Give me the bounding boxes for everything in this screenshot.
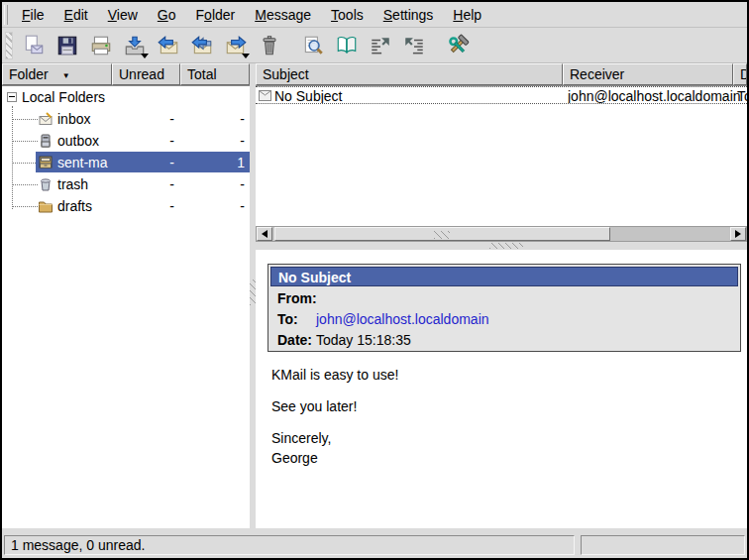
message-list-hscrollbar[interactable] [256,226,747,242]
address-book-icon [335,34,359,57]
dropdown-caret-icon [141,54,149,58]
scroll-left-button[interactable] [257,227,272,241]
menu-edit[interactable]: Edit [54,4,98,26]
print-icon [89,34,113,57]
reply-all-button[interactable] [187,31,217,60]
delete-button[interactable] [255,31,284,60]
collapse-expander-icon[interactable] [7,92,17,102]
message-list-pane: No Subject john@localhost.localdomain To… [256,85,747,226]
reply-icon [157,34,180,57]
tree-row-outbox[interactable]: outbox - - [2,130,250,152]
configure-button[interactable] [443,31,473,60]
tree-row-inbox[interactable]: inbox - - [2,108,250,130]
horizontal-splitter[interactable] [256,242,747,250]
menu-message[interactable]: Message [245,4,321,26]
menu-tools[interactable]: Tools [321,4,374,26]
receiver-column-header[interactable]: Receiver [563,63,733,85]
tree-connector-line [12,119,38,120]
sent-mail-icon [38,155,54,170]
status-message: 1 message, 0 unread. [4,535,575,555]
sort-descending-icon: ▼ [62,71,70,80]
find-messages-button[interactable] [298,31,328,60]
header-field-date: Date: Today 15:18:35 [268,330,740,351]
reply-mailing-list-button[interactable] [366,31,395,60]
menu-file[interactable]: File [12,4,54,26]
save-icon [55,34,79,57]
menubar-drag-handle[interactable] [4,5,8,25]
main-toolbar [2,29,747,63]
menu-help[interactable]: Help [443,4,491,26]
folder-column-header[interactable]: Folder▼ [2,63,112,85]
arrow-left-icon [262,230,268,238]
configure-icon [446,34,470,57]
tree-connector-line [12,163,38,164]
toolbar-drag-handle[interactable] [5,32,13,59]
reply-all-icon [190,34,214,57]
scroll-right-button[interactable] [730,227,746,241]
message-date: Today 15:18:35 [737,88,747,104]
forward-button[interactable] [221,31,251,60]
inbox-icon [38,111,54,127]
total-column-header[interactable]: Total [180,63,250,85]
message-status-icon [259,90,271,101]
subject-column-header[interactable]: Subject [256,63,563,85]
tree-row-local-folders[interactable]: Local Folders [2,86,250,108]
new-message-icon [22,34,46,57]
message-title-bar: No Subject [270,267,738,286]
tree-connector-line [12,141,38,142]
message-subject: No Subject [274,88,342,104]
scrollbar-grip [434,231,450,239]
status-section-right [581,535,745,555]
folder-tree-pane: Local Folders inbox - - outbox - - [2,85,250,528]
trash-icon [258,34,281,57]
tree-connector-line [12,184,38,185]
find-messages-icon [301,34,325,57]
tree-row-trash[interactable]: trash - - [2,173,250,195]
tree-row-drafts[interactable]: drafts - - [2,195,250,217]
redirect-message-icon [402,34,426,57]
reading-pane: No Subject From: To: john@localhost.loca… [256,250,747,528]
unread-column-header[interactable]: Unread [112,63,180,85]
folder-root-label[interactable]: Local Folders [22,89,105,105]
menu-view[interactable]: View [98,4,148,26]
message-row[interactable]: No Subject john@localhost.localdomain To… [256,86,747,104]
reply-button[interactable] [154,31,183,60]
print-button[interactable] [86,31,116,60]
splitter-grip [489,243,523,249]
new-message-button[interactable] [19,31,49,60]
menu-settings[interactable]: Settings [374,4,444,26]
menu-go[interactable]: Go [148,4,186,26]
outbox-icon [38,133,54,149]
status-bar: 1 message, 0 unread. [2,532,747,558]
arrow-right-icon [735,230,741,238]
menu-bar: File Edit View Go Folder Message Tools S… [2,2,747,28]
message-header-box: No Subject From: To: john@localhost.loca… [268,264,741,352]
reply-mailing-list-icon [369,34,392,57]
scrollbar-thumb[interactable] [274,227,610,241]
tree-connector-line [12,206,38,207]
redirect-message-button[interactable] [399,31,429,60]
tree-row-sent-ma[interactable]: sent-ma - 1 [2,152,250,173]
message-body: KMail is easy to use! See you later! Sin… [271,365,737,468]
header-field-from: From: [268,288,740,309]
dropdown-caret-icon [242,54,250,58]
header-field-to: To: john@localhost.localdomain [268,309,740,330]
drafts-icon [38,198,54,214]
check-mail-button[interactable] [120,31,150,60]
kmail-window: File Edit View Go Folder Message Tools S… [0,0,749,560]
recipient-email-link[interactable]: john@localhost.localdomain [316,311,489,327]
address-book-button[interactable] [332,31,362,60]
menu-folder[interactable]: Folder [186,4,246,26]
date-column-header[interactable]: Date [733,63,747,85]
trash-icon [38,176,54,192]
save-button[interactable] [53,31,82,60]
message-receiver: john@localhost.localdomain [568,88,741,104]
